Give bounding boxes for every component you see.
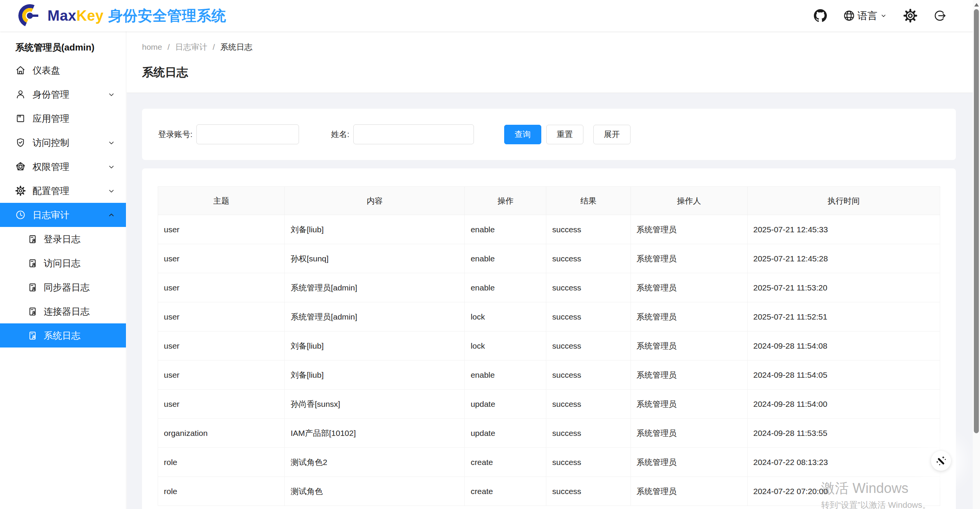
table-row: user刘备[liub]enablesuccess系统管理员2024-09-28… (158, 361, 940, 390)
chevron-down-icon (880, 12, 887, 20)
table-cell: 系统管理员 (630, 477, 747, 506)
sidebar-item-label: 权限管理 (33, 161, 69, 173)
logout-icon[interactable] (933, 9, 946, 22)
sidebar-item-permissions[interactable]: 权限管理 (0, 155, 126, 179)
sidebar-subitem-label: 连接器日志 (44, 305, 90, 318)
sidebar-subitem-label: 访问日志 (44, 257, 80, 269)
home-icon (15, 65, 26, 75)
chevron-up-icon (108, 211, 115, 219)
expand-button[interactable]: 展开 (593, 125, 630, 144)
table-cell: 2024-07-22 08:13:23 (747, 448, 940, 477)
table-cell: 2025-07-21 12:45:33 (747, 215, 940, 244)
sidebar-item-log-audit[interactable]: 日志审计 (0, 203, 126, 227)
sidebar-subitem-label: 登录日志 (44, 233, 80, 245)
table-cell: enable (465, 273, 546, 302)
scrollbar-thumb[interactable] (974, 9, 979, 433)
table-cell: 系统管理员 (630, 361, 747, 390)
table-cell: enable (465, 244, 546, 273)
sidebar-item-applications[interactable]: 应用管理 (0, 106, 126, 131)
table-cell: enable (465, 215, 546, 244)
breadcrumb-home[interactable]: home (142, 42, 162, 52)
name-input[interactable] (353, 124, 474, 144)
brand: MaxKey身份安全管理系统 (18, 3, 226, 28)
sidebar-subitem-label: 系统日志 (44, 330, 80, 342)
column-header-result: 结果 (546, 187, 630, 215)
audit-log-icon (28, 234, 38, 244)
account-label: 登录账号: (158, 129, 193, 140)
sidebar-subitem-connector-log[interactable]: 连接器日志 (0, 299, 126, 323)
breadcrumb-separator: / (212, 42, 215, 52)
vertical-scrollbar (973, 0, 980, 509)
github-icon[interactable] (814, 9, 827, 22)
column-header-operation: 操作 (465, 187, 546, 215)
table-cell: enable (465, 361, 546, 390)
sidebar-item-identity[interactable]: 身份管理 (0, 82, 126, 106)
search-panel: 登录账号: 姓名: 查询 重置 展开 (142, 109, 956, 160)
table-cell: 系统管理员 (630, 215, 747, 244)
sidebar-subitem-access-log[interactable]: 访问日志 (0, 251, 126, 275)
breadcrumb: home / 日志审计 / 系统日志 (142, 42, 973, 52)
reset-button[interactable]: 重置 (546, 125, 583, 144)
chevron-down-icon (108, 91, 115, 98)
table-cell: lock (465, 302, 546, 331)
log-table-panel: 主题 内容 操作 结果 操作人 执行时间 user刘备[liub]enables… (142, 168, 956, 509)
column-header-subject: 主题 (158, 187, 285, 215)
sidebar-item-configuration[interactable]: 配置管理 (0, 179, 126, 203)
table-cell: success (546, 477, 630, 506)
sidebar-item-label: 配置管理 (33, 185, 69, 197)
sidebar-item-access-control[interactable]: 访问控制 (0, 131, 126, 155)
table-cell: 系统管理员[admin] (285, 302, 465, 331)
table-row: user系统管理员[admin]enablesuccess系统管理员2025-0… (158, 273, 940, 302)
sidebar-item-label: 访问控制 (33, 137, 69, 149)
sidebar-item-label: 应用管理 (33, 113, 69, 125)
table-cell: create (465, 448, 546, 477)
shield-check-icon (15, 137, 26, 148)
query-button[interactable]: 查询 (504, 125, 541, 144)
table-cell: success (546, 448, 630, 477)
table-cell: success (546, 244, 630, 273)
maxkey-logo-icon (18, 3, 42, 28)
table-cell: success (546, 215, 630, 244)
table-cell: 2024-09-28 11:54:00 (747, 390, 940, 419)
table-cell: success (546, 302, 630, 331)
table-cell: user (158, 361, 285, 390)
sidebar-item-label: 日志审计 (33, 209, 69, 221)
language-switcher[interactable]: 语言 (843, 9, 887, 23)
breadcrumb-log-audit[interactable]: 日志审计 (175, 42, 207, 52)
column-header-content: 内容 (285, 187, 465, 215)
table-row: organizationIAM产品部[10102]updatesuccess系统… (158, 419, 940, 448)
audit-log-icon (28, 331, 38, 341)
log-table-body: user刘备[liub]enablesuccess系统管理员2025-07-21… (158, 215, 940, 506)
sidebar-subitem-synchronizer-log[interactable]: 同步器日志 (0, 275, 126, 299)
main-content: home / 日志审计 / 系统日志 系统日志 登录账号: 姓名: 查询 重置 … (127, 31, 973, 509)
table-cell: 系统管理员 (630, 448, 747, 477)
table-row: user刘备[liub]locksuccess系统管理员2024-09-28 1… (158, 331, 940, 361)
system-title: 身份安全管理系统 (108, 8, 226, 24)
gear-icon[interactable] (903, 9, 917, 23)
app-window-icon (15, 113, 26, 124)
table-cell: update (465, 419, 546, 448)
table-cell: 2025-07-21 11:52:51 (747, 302, 940, 331)
sidebar-subitem-system-log[interactable]: 系统日志 (0, 323, 126, 347)
account-input[interactable] (196, 124, 299, 144)
table-cell: 2024-09-28 11:53:55 (747, 419, 940, 448)
audit-log-icon (28, 282, 38, 292)
sidebar-item-dashboard[interactable]: 仪表盘 (0, 58, 126, 82)
table-cell: update (465, 390, 546, 419)
pentagon-icon (15, 162, 26, 172)
table-cell: IAM产品部[10102] (285, 419, 465, 448)
scrollbar-up-arrow-icon[interactable] (973, 1, 980, 8)
magic-wand-button[interactable] (931, 451, 951, 471)
table-cell: 测试角色2 (285, 448, 465, 477)
table-cell: 刘备[liub] (285, 331, 465, 361)
table-row: role测试角色2createsuccess系统管理员2024-07-22 08… (158, 448, 940, 477)
sidebar-item-label: 身份管理 (33, 88, 69, 101)
app-header: MaxKey身份安全管理系统 语言 (0, 0, 980, 31)
header-actions: 语言 (814, 9, 946, 23)
table-cell: 2024-09-28 11:54:08 (747, 331, 940, 361)
table-row: user孙权[sunq]enablesuccess系统管理员2025-07-21… (158, 244, 940, 273)
table-row: user孙尚香[sunsx]updatesuccess系统管理员2024-09-… (158, 390, 940, 419)
sidebar-subitem-login-log[interactable]: 登录日志 (0, 227, 126, 251)
sidebar-item-label: 仪表盘 (33, 64, 60, 77)
table-cell: success (546, 273, 630, 302)
